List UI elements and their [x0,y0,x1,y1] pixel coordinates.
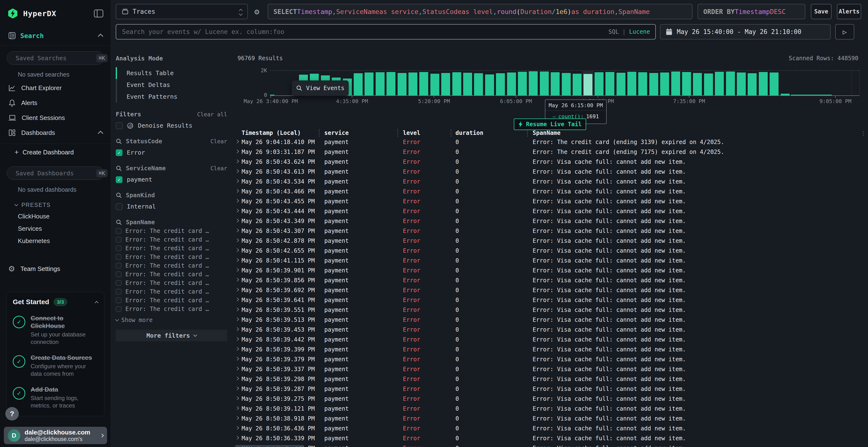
histogram-bar[interactable] [474,73,483,95]
column-settings-icon[interactable]: ⋮ [860,130,866,137]
expand-row-icon[interactable] [235,258,239,262]
checkbox-unchecked[interactable] [116,254,122,260]
table-row[interactable]: May 26 8:50:39.641 PMpaymentError0Error:… [231,295,868,305]
column-header-duration[interactable]: duration [456,130,484,136]
expand-row-icon[interactable] [235,238,239,242]
histogram-bar[interactable] [584,74,592,95]
expand-row-icon[interactable] [235,416,239,420]
table-row[interactable]: May 26 8:50:36.329 PMpaymentError0Error:… [231,443,868,447]
clear-all-button[interactable]: Clear all [197,111,227,117]
horizontal-scrollbar[interactable] [235,445,304,447]
checkbox-unchecked[interactable] [116,271,122,277]
table-row[interactable]: May 26 8:50:39.442 PMpaymentError0Error:… [231,335,868,345]
histogram-bar[interactable] [671,72,680,95]
table-row[interactable]: May 26 8:50:39.551 PMpaymentError0Error:… [231,305,868,315]
expand-row-icon[interactable] [235,298,239,302]
sidebar-item-chart-explorer[interactable]: Chart Explorer [0,80,111,95]
checkbox-unchecked[interactable] [116,237,122,243]
order-by-input[interactable]: ORDER BY Timestamp DESC [698,4,805,19]
filter-option[interactable]: Error: The credit card … [116,228,227,234]
sidebar-item-client-sessions[interactable]: Client Sessions [0,110,111,125]
expand-row-icon[interactable] [235,179,239,183]
create-dashboard-button[interactable]: + Create Dashboard [0,144,111,161]
expand-row-icon[interactable] [235,397,239,400]
column-separator[interactable] [319,129,319,137]
checkbox-checked[interactable]: ✓ [116,176,123,183]
table-row[interactable]: May 26 8:50:39.275 PMpaymentError0Error:… [231,394,868,404]
user-menu[interactable]: D dale@clickhouse.com dale@clickhouse.co… [4,427,107,444]
get-started-item[interactable]: ✓Add DataStart sending logs, metrics, or… [13,386,98,409]
histogram-bar[interactable] [595,72,603,95]
filter-option[interactable]: Error: The credit card … [116,245,227,252]
expand-row-icon[interactable] [235,337,239,341]
histogram-bar[interactable] [452,72,461,95]
saved-searches-field[interactable] [15,55,93,62]
table-row[interactable]: May 26 8:50:43.613 PMpaymentError0Error:… [231,167,868,177]
checkbox-unchecked[interactable] [116,122,123,129]
table-row[interactable]: May 26 8:50:36.436 PMpaymentError0Error:… [231,424,868,434]
analysis-mode-results-table[interactable]: Results Table [116,67,227,79]
expand-row-icon[interactable] [235,149,239,153]
filter-option[interactable]: ✓Error [116,149,227,156]
histogram-bar[interactable] [419,72,428,95]
expand-row-icon[interactable] [235,248,239,252]
view-events-button[interactable]: View Events [292,80,349,96]
column-header-service[interactable]: service [324,130,349,136]
team-settings-button[interactable]: ⚙ Team Settings [0,261,111,276]
histogram-bar[interactable] [485,74,494,95]
table-row[interactable]: May 26 8:50:36.339 PMpaymentError0Error:… [231,434,868,443]
table-row[interactable]: May 26 8:50:43.624 PMpaymentError0Error:… [231,157,868,167]
analysis-mode-event-patterns[interactable]: Event Patterns [116,91,227,103]
histogram-bar[interactable] [408,72,417,95]
expand-row-icon[interactable] [235,436,239,440]
expand-row-icon[interactable] [235,327,239,331]
expand-row-icon[interactable] [235,308,239,311]
event-search-input[interactable] [122,28,608,36]
sidebar-item-alerts[interactable]: Alerts [0,95,111,110]
preset-kubernetes[interactable]: Kubernetes [0,235,111,247]
table-row[interactable]: May 26 8:50:39.298 PMpaymentError0Error:… [231,374,868,384]
column-separator[interactable] [527,129,528,137]
get-started-item[interactable]: ✓Create Data SourcesConfigure where your… [13,354,98,377]
expand-row-icon[interactable] [235,288,239,291]
expand-row-icon[interactable] [235,199,239,203]
histogram-bar[interactable] [627,72,636,95]
table-row[interactable]: May 26 8:50:43.444 PMpaymentError0Error:… [231,206,868,216]
histogram-bar[interactable] [529,71,538,95]
histogram-bar[interactable] [638,72,647,95]
table-row[interactable]: May 26 8:50:39.337 PMpaymentError0Error:… [231,365,868,374]
histogram-bar[interactable] [365,72,373,95]
column-header-timestamp-local-[interactable]: Timestamp (Local) [242,130,301,136]
table-row[interactable]: May 26 8:50:41.115 PMpaymentError0Error:… [231,256,868,266]
table-row[interactable]: May 26 8:50:38.918 PMpaymentError0Error:… [231,414,868,424]
expand-row-icon[interactable] [235,406,239,410]
clear-filter-button[interactable]: Clear [211,165,227,171]
histogram-bar[interactable] [726,72,735,95]
histogram-bar[interactable] [441,73,450,95]
expand-row-icon[interactable] [235,160,239,163]
table-row[interactable]: May 26 8:50:42.655 PMpaymentError0Error:… [231,246,868,256]
histogram-bar[interactable] [572,74,582,95]
expand-row-icon[interactable] [235,268,239,272]
preset-services[interactable]: Services [0,222,111,235]
histogram-bar[interactable] [682,72,691,95]
table-row[interactable]: May 26 9:04:18.410 PMpaymentError0Error:… [231,137,868,147]
table-row[interactable]: May 26 8:50:39.453 PMpaymentError0Error:… [231,325,868,335]
source-select[interactable]: Traces [116,4,248,19]
sql-toggle[interactable]: SQL [608,28,619,35]
clear-filter-button[interactable]: Clear [211,138,227,144]
histogram-bar[interactable] [781,94,789,95]
checkbox-unchecked[interactable] [116,228,122,234]
expand-row-icon[interactable] [235,367,239,371]
checkbox-checked[interactable]: ✓ [116,149,123,156]
saved-searches-input[interactable]: ⌘K [7,51,104,65]
checkbox-unchecked[interactable] [116,306,122,312]
alerts-button[interactable]: Alerts [837,4,861,19]
help-button[interactable]: ? [5,407,19,420]
filter-option[interactable]: Error: The credit card … [116,280,227,286]
table-row[interactable]: May 26 9:03:31.187 PMpaymentError0Error:… [231,147,868,157]
histogram-bar[interactable] [759,72,768,95]
chevron-up-icon[interactable] [95,301,99,305]
table-row[interactable]: May 26 8:50:43.349 PMpaymentError0Error:… [231,216,868,226]
preset-clickhouse[interactable]: ClickHouse [0,210,111,222]
